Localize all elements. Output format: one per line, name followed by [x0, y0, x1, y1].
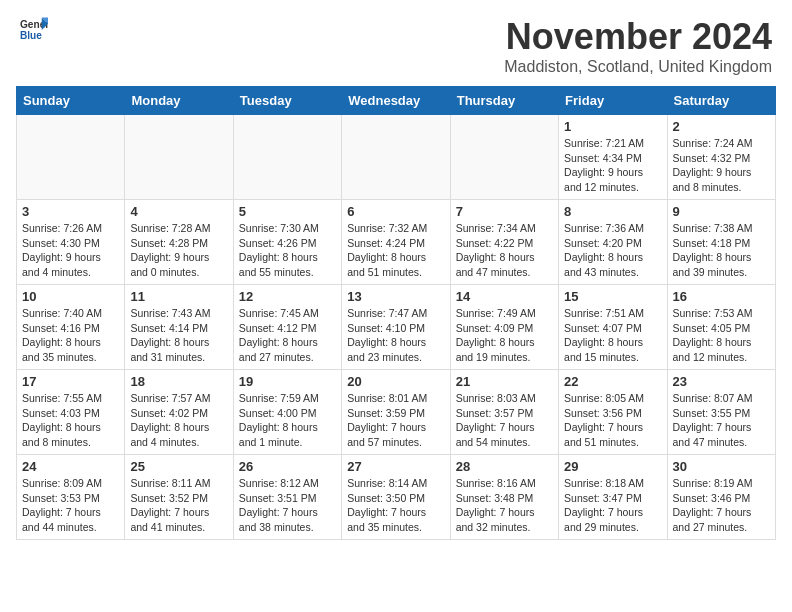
- day-info: Sunrise: 7:57 AMSunset: 4:02 PMDaylight:…: [130, 391, 227, 450]
- weekday-header-friday: Friday: [559, 87, 667, 115]
- week-row-3: 10Sunrise: 7:40 AMSunset: 4:16 PMDayligh…: [17, 285, 776, 370]
- location-title: Maddiston, Scotland, United Kingdom: [504, 58, 772, 76]
- day-number: 20: [347, 374, 444, 389]
- day-number: 19: [239, 374, 336, 389]
- day-info: Sunrise: 7:30 AMSunset: 4:26 PMDaylight:…: [239, 221, 336, 280]
- day-number: 15: [564, 289, 661, 304]
- calendar-cell: [450, 115, 558, 200]
- calendar-cell: 30Sunrise: 8:19 AMSunset: 3:46 PMDayligh…: [667, 455, 775, 540]
- day-info: Sunrise: 7:59 AMSunset: 4:00 PMDaylight:…: [239, 391, 336, 450]
- calendar-cell: 27Sunrise: 8:14 AMSunset: 3:50 PMDayligh…: [342, 455, 450, 540]
- calendar-cell: 19Sunrise: 7:59 AMSunset: 4:00 PMDayligh…: [233, 370, 341, 455]
- calendar-cell: 6Sunrise: 7:32 AMSunset: 4:24 PMDaylight…: [342, 200, 450, 285]
- day-number: 2: [673, 119, 770, 134]
- calendar-cell: 25Sunrise: 8:11 AMSunset: 3:52 PMDayligh…: [125, 455, 233, 540]
- day-info: Sunrise: 8:07 AMSunset: 3:55 PMDaylight:…: [673, 391, 770, 450]
- day-number: 7: [456, 204, 553, 219]
- calendar-cell: 14Sunrise: 7:49 AMSunset: 4:09 PMDayligh…: [450, 285, 558, 370]
- day-info: Sunrise: 7:53 AMSunset: 4:05 PMDaylight:…: [673, 306, 770, 365]
- day-info: Sunrise: 7:36 AMSunset: 4:20 PMDaylight:…: [564, 221, 661, 280]
- day-number: 3: [22, 204, 119, 219]
- day-info: Sunrise: 8:16 AMSunset: 3:48 PMDaylight:…: [456, 476, 553, 535]
- day-number: 21: [456, 374, 553, 389]
- calendar-cell: 12Sunrise: 7:45 AMSunset: 4:12 PMDayligh…: [233, 285, 341, 370]
- calendar-cell: [17, 115, 125, 200]
- week-row-2: 3Sunrise: 7:26 AMSunset: 4:30 PMDaylight…: [17, 200, 776, 285]
- calendar-cell: 17Sunrise: 7:55 AMSunset: 4:03 PMDayligh…: [17, 370, 125, 455]
- day-info: Sunrise: 7:49 AMSunset: 4:09 PMDaylight:…: [456, 306, 553, 365]
- weekday-header-monday: Monday: [125, 87, 233, 115]
- calendar-table: SundayMondayTuesdayWednesdayThursdayFrid…: [16, 86, 776, 540]
- day-number: 9: [673, 204, 770, 219]
- calendar-cell: 15Sunrise: 7:51 AMSunset: 4:07 PMDayligh…: [559, 285, 667, 370]
- calendar-cell: 28Sunrise: 8:16 AMSunset: 3:48 PMDayligh…: [450, 455, 558, 540]
- day-number: 14: [456, 289, 553, 304]
- day-number: 18: [130, 374, 227, 389]
- day-number: 8: [564, 204, 661, 219]
- day-number: 17: [22, 374, 119, 389]
- day-info: Sunrise: 8:09 AMSunset: 3:53 PMDaylight:…: [22, 476, 119, 535]
- day-info: Sunrise: 7:32 AMSunset: 4:24 PMDaylight:…: [347, 221, 444, 280]
- day-info: Sunrise: 8:03 AMSunset: 3:57 PMDaylight:…: [456, 391, 553, 450]
- weekday-header-tuesday: Tuesday: [233, 87, 341, 115]
- calendar-cell: 22Sunrise: 8:05 AMSunset: 3:56 PMDayligh…: [559, 370, 667, 455]
- day-number: 28: [456, 459, 553, 474]
- logo-icon: General Blue: [20, 16, 48, 44]
- day-info: Sunrise: 8:19 AMSunset: 3:46 PMDaylight:…: [673, 476, 770, 535]
- weekday-header-sunday: Sunday: [17, 87, 125, 115]
- week-row-5: 24Sunrise: 8:09 AMSunset: 3:53 PMDayligh…: [17, 455, 776, 540]
- day-info: Sunrise: 7:55 AMSunset: 4:03 PMDaylight:…: [22, 391, 119, 450]
- calendar-cell: [233, 115, 341, 200]
- day-number: 12: [239, 289, 336, 304]
- day-number: 5: [239, 204, 336, 219]
- calendar-cell: 9Sunrise: 7:38 AMSunset: 4:18 PMDaylight…: [667, 200, 775, 285]
- calendar-cell: 21Sunrise: 8:03 AMSunset: 3:57 PMDayligh…: [450, 370, 558, 455]
- day-info: Sunrise: 7:24 AMSunset: 4:32 PMDaylight:…: [673, 136, 770, 195]
- calendar-cell: 29Sunrise: 8:18 AMSunset: 3:47 PMDayligh…: [559, 455, 667, 540]
- calendar-cell: 2Sunrise: 7:24 AMSunset: 4:32 PMDaylight…: [667, 115, 775, 200]
- calendar-cell: 1Sunrise: 7:21 AMSunset: 4:34 PMDaylight…: [559, 115, 667, 200]
- day-info: Sunrise: 8:12 AMSunset: 3:51 PMDaylight:…: [239, 476, 336, 535]
- day-number: 26: [239, 459, 336, 474]
- calendar-cell: 10Sunrise: 7:40 AMSunset: 4:16 PMDayligh…: [17, 285, 125, 370]
- svg-text:Blue: Blue: [20, 30, 42, 41]
- week-row-1: 1Sunrise: 7:21 AMSunset: 4:34 PMDaylight…: [17, 115, 776, 200]
- day-info: Sunrise: 7:45 AMSunset: 4:12 PMDaylight:…: [239, 306, 336, 365]
- calendar-cell: 23Sunrise: 8:07 AMSunset: 3:55 PMDayligh…: [667, 370, 775, 455]
- day-info: Sunrise: 8:18 AMSunset: 3:47 PMDaylight:…: [564, 476, 661, 535]
- calendar-cell: 13Sunrise: 7:47 AMSunset: 4:10 PMDayligh…: [342, 285, 450, 370]
- day-info: Sunrise: 7:51 AMSunset: 4:07 PMDaylight:…: [564, 306, 661, 365]
- day-number: 24: [22, 459, 119, 474]
- day-number: 29: [564, 459, 661, 474]
- day-number: 22: [564, 374, 661, 389]
- calendar-cell: 3Sunrise: 7:26 AMSunset: 4:30 PMDaylight…: [17, 200, 125, 285]
- day-number: 13: [347, 289, 444, 304]
- day-info: Sunrise: 8:14 AMSunset: 3:50 PMDaylight:…: [347, 476, 444, 535]
- day-info: Sunrise: 7:28 AMSunset: 4:28 PMDaylight:…: [130, 221, 227, 280]
- day-info: Sunrise: 7:26 AMSunset: 4:30 PMDaylight:…: [22, 221, 119, 280]
- month-title: November 2024: [504, 16, 772, 58]
- day-number: 4: [130, 204, 227, 219]
- day-number: 23: [673, 374, 770, 389]
- logo: General Blue: [20, 16, 48, 44]
- calendar-cell: [342, 115, 450, 200]
- calendar-cell: [125, 115, 233, 200]
- week-row-4: 17Sunrise: 7:55 AMSunset: 4:03 PMDayligh…: [17, 370, 776, 455]
- day-info: Sunrise: 8:01 AMSunset: 3:59 PMDaylight:…: [347, 391, 444, 450]
- calendar-cell: 18Sunrise: 7:57 AMSunset: 4:02 PMDayligh…: [125, 370, 233, 455]
- day-number: 6: [347, 204, 444, 219]
- calendar-cell: 4Sunrise: 7:28 AMSunset: 4:28 PMDaylight…: [125, 200, 233, 285]
- day-number: 1: [564, 119, 661, 134]
- calendar-cell: 20Sunrise: 8:01 AMSunset: 3:59 PMDayligh…: [342, 370, 450, 455]
- day-info: Sunrise: 8:05 AMSunset: 3:56 PMDaylight:…: [564, 391, 661, 450]
- day-info: Sunrise: 8:11 AMSunset: 3:52 PMDaylight:…: [130, 476, 227, 535]
- day-info: Sunrise: 7:34 AMSunset: 4:22 PMDaylight:…: [456, 221, 553, 280]
- weekday-header-thursday: Thursday: [450, 87, 558, 115]
- calendar-cell: 11Sunrise: 7:43 AMSunset: 4:14 PMDayligh…: [125, 285, 233, 370]
- day-info: Sunrise: 7:21 AMSunset: 4:34 PMDaylight:…: [564, 136, 661, 195]
- day-info: Sunrise: 7:40 AMSunset: 4:16 PMDaylight:…: [22, 306, 119, 365]
- day-number: 30: [673, 459, 770, 474]
- calendar-cell: 5Sunrise: 7:30 AMSunset: 4:26 PMDaylight…: [233, 200, 341, 285]
- calendar-wrapper: SundayMondayTuesdayWednesdayThursdayFrid…: [0, 86, 792, 548]
- calendar-cell: 16Sunrise: 7:53 AMSunset: 4:05 PMDayligh…: [667, 285, 775, 370]
